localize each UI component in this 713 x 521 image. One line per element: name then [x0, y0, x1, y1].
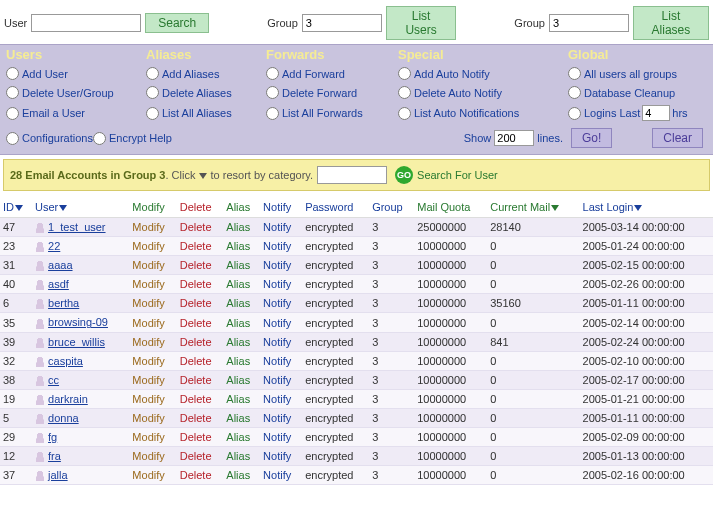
clear-button[interactable]: Clear — [652, 128, 703, 148]
radio-option[interactable]: Delete Auto Notify — [398, 86, 568, 99]
alias-link[interactable]: Alias — [223, 256, 260, 275]
delete-link[interactable]: Delete — [177, 351, 224, 370]
cell-user[interactable]: donna — [32, 408, 129, 427]
alias-link[interactable]: Alias — [223, 389, 260, 408]
alias-link[interactable]: Alias — [223, 428, 260, 447]
logins-last-input[interactable] — [642, 105, 670, 121]
alias-link[interactable]: Alias — [223, 370, 260, 389]
notify-link[interactable]: Notify — [260, 389, 302, 408]
cell-user[interactable]: bertha — [32, 294, 129, 313]
radio-option[interactable]: Database Cleanup — [568, 86, 700, 99]
cell-user[interactable]: fra — [32, 447, 129, 466]
radio-option[interactable]: Add Auto Notify — [398, 67, 568, 80]
delete-link[interactable]: Delete — [177, 447, 224, 466]
cell-user[interactable]: fg — [32, 428, 129, 447]
delete-link[interactable]: Delete — [177, 466, 224, 485]
notify-link[interactable]: Notify — [260, 428, 302, 447]
radio-option[interactable]: Add User — [6, 67, 146, 80]
notify-link[interactable]: Notify — [260, 294, 302, 313]
modify-link[interactable]: Modify — [129, 256, 176, 275]
modify-link[interactable]: Modify — [129, 370, 176, 389]
go-button[interactable]: Go! — [571, 128, 612, 148]
modify-link[interactable]: Modify — [129, 294, 176, 313]
cell-user[interactable]: 22 — [32, 237, 129, 256]
delete-link[interactable]: Delete — [177, 256, 224, 275]
alias-link[interactable]: Alias — [223, 237, 260, 256]
cell-user[interactable]: browsing-09 — [32, 313, 129, 332]
radio-option[interactable]: Email a User — [6, 107, 146, 120]
delete-link[interactable]: Delete — [177, 275, 224, 294]
radio-option[interactable]: Add Aliases — [146, 67, 266, 80]
modify-link[interactable]: Modify — [129, 408, 176, 427]
cell-user[interactable]: bruce_willis — [32, 332, 129, 351]
modify-link[interactable]: Modify — [129, 351, 176, 370]
radio-encrypt-help[interactable]: Encrypt Help — [93, 132, 172, 145]
alias-link[interactable]: Alias — [223, 408, 260, 427]
radio-option[interactable]: List All Forwards — [266, 107, 398, 120]
list-users-button[interactable]: List Users — [386, 6, 457, 40]
modify-link[interactable]: Modify — [129, 237, 176, 256]
alias-link[interactable]: Alias — [223, 275, 260, 294]
alias-link[interactable]: Alias — [223, 313, 260, 332]
notify-link[interactable]: Notify — [260, 237, 302, 256]
alias-link[interactable]: Alias — [223, 351, 260, 370]
cell-user[interactable]: 1_test_user — [32, 218, 129, 237]
radio-option[interactable]: Logins Lasthrs — [568, 105, 700, 121]
delete-link[interactable]: Delete — [177, 389, 224, 408]
delete-link[interactable]: Delete — [177, 332, 224, 351]
user-search-input[interactable] — [31, 14, 141, 32]
alias-link[interactable]: Alias — [223, 466, 260, 485]
radio-option[interactable]: Delete Forward — [266, 86, 398, 99]
delete-link[interactable]: Delete — [177, 294, 224, 313]
radio-option[interactable]: List Auto Notifications — [398, 107, 568, 120]
delete-link[interactable]: Delete — [177, 218, 224, 237]
radio-option[interactable]: All users all groups — [568, 67, 700, 80]
modify-link[interactable]: Modify — [129, 447, 176, 466]
radio-option[interactable]: List All Aliases — [146, 107, 266, 120]
alias-link[interactable]: Alias — [223, 332, 260, 351]
search-button[interactable]: Search — [145, 13, 209, 33]
result-search-input[interactable] — [317, 166, 387, 184]
group1-input[interactable] — [302, 14, 382, 32]
delete-link[interactable]: Delete — [177, 428, 224, 447]
notify-link[interactable]: Notify — [260, 370, 302, 389]
cell-user[interactable]: aaaa — [32, 256, 129, 275]
notify-link[interactable]: Notify — [260, 351, 302, 370]
radio-option[interactable]: Delete User/Group — [6, 86, 146, 99]
notify-link[interactable]: Notify — [260, 275, 302, 294]
modify-link[interactable]: Modify — [129, 428, 176, 447]
notify-link[interactable]: Notify — [260, 408, 302, 427]
notify-link[interactable]: Notify — [260, 256, 302, 275]
notify-link[interactable]: Notify — [260, 447, 302, 466]
alias-link[interactable]: Alias — [223, 447, 260, 466]
cell-user[interactable]: jalla — [32, 466, 129, 485]
col-user[interactable]: User — [32, 195, 129, 218]
cell-user[interactable]: asdf — [32, 275, 129, 294]
delete-link[interactable]: Delete — [177, 237, 224, 256]
delete-link[interactable]: Delete — [177, 370, 224, 389]
modify-link[interactable]: Modify — [129, 218, 176, 237]
radio-option[interactable]: Add Forward — [266, 67, 398, 80]
delete-link[interactable]: Delete — [177, 313, 224, 332]
delete-link[interactable]: Delete — [177, 408, 224, 427]
radio-configurations[interactable]: Configurations — [6, 132, 93, 145]
notify-link[interactable]: Notify — [260, 466, 302, 485]
result-go-button[interactable]: GO — [395, 166, 413, 184]
alias-link[interactable]: Alias — [223, 218, 260, 237]
notify-link[interactable]: Notify — [260, 313, 302, 332]
notify-link[interactable]: Notify — [260, 332, 302, 351]
list-aliases-button[interactable]: List Aliases — [633, 6, 709, 40]
modify-link[interactable]: Modify — [129, 466, 176, 485]
radio-option[interactable]: Delete Aliases — [146, 86, 266, 99]
col-currentmail[interactable]: Current Mail — [487, 195, 579, 218]
cell-user[interactable]: darkrain — [32, 389, 129, 408]
modify-link[interactable]: Modify — [129, 275, 176, 294]
show-lines-input[interactable] — [494, 130, 534, 146]
modify-link[interactable]: Modify — [129, 389, 176, 408]
modify-link[interactable]: Modify — [129, 332, 176, 351]
col-lastlogin[interactable]: Last Login — [580, 195, 713, 218]
modify-link[interactable]: Modify — [129, 313, 176, 332]
notify-link[interactable]: Notify — [260, 218, 302, 237]
alias-link[interactable]: Alias — [223, 294, 260, 313]
col-id[interactable]: ID — [0, 195, 32, 218]
